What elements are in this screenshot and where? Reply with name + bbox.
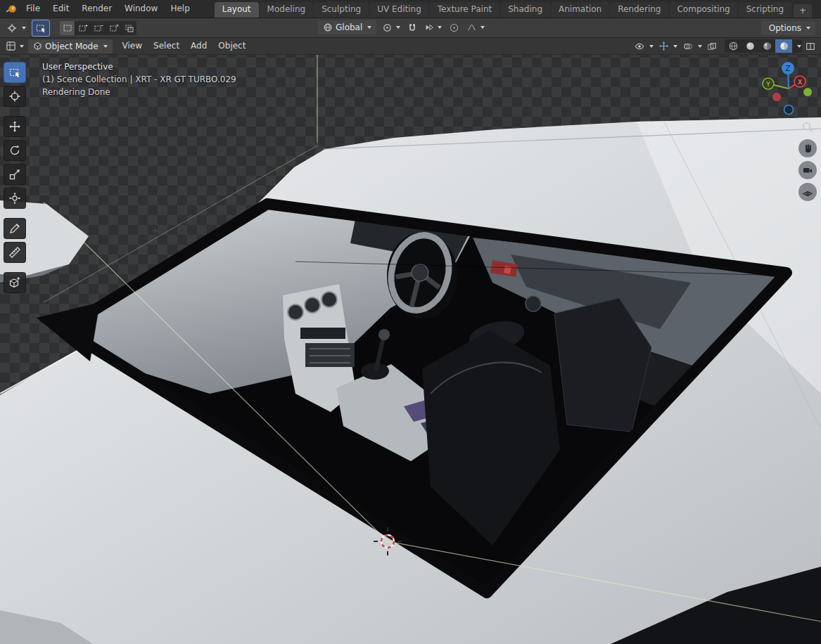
- object-mode-icon: [33, 41, 42, 51]
- tool-annotate[interactable]: [4, 218, 26, 239]
- select-box-icon: [8, 66, 21, 79]
- select-mode-invert[interactable]: [106, 21, 122, 35]
- select-mode-group: [60, 21, 136, 35]
- tool-add-cube[interactable]: [4, 272, 26, 293]
- add-workspace-button[interactable]: +: [794, 4, 812, 18]
- select-mode-set[interactable]: [60, 21, 75, 35]
- transform-settings: Global: [318, 20, 486, 34]
- editor-split-icon[interactable]: [804, 39, 817, 53]
- camera-view-control[interactable]: [798, 161, 817, 179]
- navigation-gizmo[interactable]: Z Y X: [757, 57, 820, 120]
- menu-help[interactable]: Help: [164, 0, 196, 18]
- chevron-down-icon: [367, 26, 371, 29]
- mirror-base: [37, 302, 100, 361]
- proportional-editing-toggle[interactable]: [447, 20, 461, 34]
- camera-icon: [802, 165, 813, 176]
- tab-layout[interactable]: Layout: [215, 2, 259, 18]
- menu-object[interactable]: Object: [212, 38, 251, 54]
- magnifier-icon: [801, 121, 814, 134]
- select-box-icon: [35, 22, 46, 34]
- scale-tool-icon: [8, 168, 21, 181]
- shading-solid-button[interactable]: [742, 39, 758, 53]
- axis-y-neg-handle[interactable]: [803, 88, 812, 96]
- zoom-control[interactable]: [798, 118, 817, 136]
- xray-toggle[interactable]: [706, 39, 718, 53]
- blender-logo-icon[interactable]: [4, 2, 18, 16]
- shading-rendered-button[interactable]: [775, 39, 792, 53]
- tab-sculpting[interactable]: Sculpting: [314, 2, 369, 18]
- tool-context-icon: [7, 22, 18, 34]
- select-mode-extend[interactable]: [75, 21, 91, 35]
- tool-rotate[interactable]: [4, 140, 26, 161]
- toolbar: [4, 62, 26, 293]
- tab-compositing[interactable]: Compositing: [669, 2, 737, 18]
- tool-scale[interactable]: [4, 164, 26, 185]
- shading-wireframe-button[interactable]: [725, 39, 742, 53]
- menu-file[interactable]: File: [20, 0, 46, 18]
- axis-z-neg-handle[interactable]: [784, 105, 794, 115]
- radio-unit: [300, 328, 345, 339]
- menu-edit[interactable]: Edit: [46, 0, 75, 18]
- viewport-header-right: [632, 39, 817, 53]
- tool-select-box[interactable]: [4, 62, 26, 83]
- perspective-toggle-control[interactable]: [798, 183, 817, 201]
- select-mode-intersect-icon: [125, 23, 134, 33]
- tool-measure[interactable]: [4, 242, 26, 263]
- measure-tool-icon: [8, 246, 21, 259]
- overlays-dropdown[interactable]: [681, 41, 704, 52]
- tab-animation[interactable]: Animation: [551, 2, 609, 18]
- viewport-3d[interactable]: Object Mode View Select Add Object: [0, 38, 821, 644]
- pan-control[interactable]: [798, 139, 817, 157]
- editor-type-dropdown[interactable]: [4, 39, 25, 53]
- tab-texture-paint[interactable]: Texture Paint: [430, 2, 499, 18]
- visibility-dropdown[interactable]: [632, 41, 655, 52]
- menu-select[interactable]: Select: [148, 38, 185, 54]
- shading-mode-group: [725, 39, 802, 53]
- rendered-shading-icon: [779, 41, 789, 51]
- transform-tool-icon: [8, 192, 21, 205]
- active-tool-indicator[interactable]: [32, 20, 50, 37]
- tool-settings-right: Options: [761, 21, 815, 35]
- gear-knob[interactable]: [378, 329, 390, 340]
- tool-transform[interactable]: [4, 188, 26, 209]
- tool-move[interactable]: [4, 116, 26, 137]
- mode-dropdown[interactable]: Object Mode: [28, 39, 113, 53]
- dash-vent: [288, 304, 303, 320]
- chevron-down-icon: [438, 26, 442, 29]
- tab-scripting[interactable]: Scripting: [739, 2, 791, 18]
- menu-render[interactable]: Render: [75, 0, 118, 18]
- shading-options-dropdown[interactable]: [792, 39, 802, 53]
- menu-view[interactable]: View: [117, 38, 148, 54]
- orientation-dropdown[interactable]: Global: [318, 20, 376, 34]
- tab-rendering[interactable]: Rendering: [610, 2, 668, 18]
- select-mode-subtract[interactable]: [91, 21, 106, 35]
- snap-settings-dropdown[interactable]: [423, 20, 443, 34]
- shading-material-button[interactable]: [758, 39, 775, 53]
- cursor-tool-icon: [8, 90, 21, 103]
- select-mode-intersect[interactable]: [122, 21, 136, 35]
- tab-uv-editing[interactable]: UV Editing: [369, 2, 429, 18]
- menu-window[interactable]: Window: [118, 0, 164, 18]
- blender-window: File Edit Render Window Help Layout Mode…: [0, 0, 821, 644]
- axis-y-label: Y: [765, 81, 770, 88]
- proportional-editing-icon: [449, 22, 459, 33]
- axis-x-neg-handle[interactable]: [772, 93, 781, 101]
- tab-shading[interactable]: Shading: [500, 2, 550, 18]
- options-label: Options: [769, 23, 801, 33]
- options-dropdown[interactable]: Options: [761, 21, 815, 35]
- tool-cursor[interactable]: [4, 86, 26, 107]
- snap-toggle[interactable]: [406, 20, 419, 34]
- pivot-point-dropdown[interactable]: [381, 20, 402, 34]
- tab-modeling[interactable]: Modeling: [260, 2, 314, 18]
- tool-context-dropdown[interactable]: [6, 21, 27, 35]
- door-handle-accent: [504, 266, 511, 274]
- pivot-point-icon: [382, 22, 393, 33]
- axis-z-label: Z: [786, 65, 791, 72]
- chevron-down-icon: [20, 45, 24, 48]
- menu-add[interactable]: Add: [185, 38, 212, 54]
- chevron-down-icon: [673, 45, 677, 48]
- gizmos-dropdown[interactable]: [657, 40, 679, 52]
- select-mode-subtract-icon: [94, 23, 103, 33]
- split-view-icon: [806, 41, 815, 51]
- proportional-falloff-dropdown[interactable]: [465, 20, 486, 34]
